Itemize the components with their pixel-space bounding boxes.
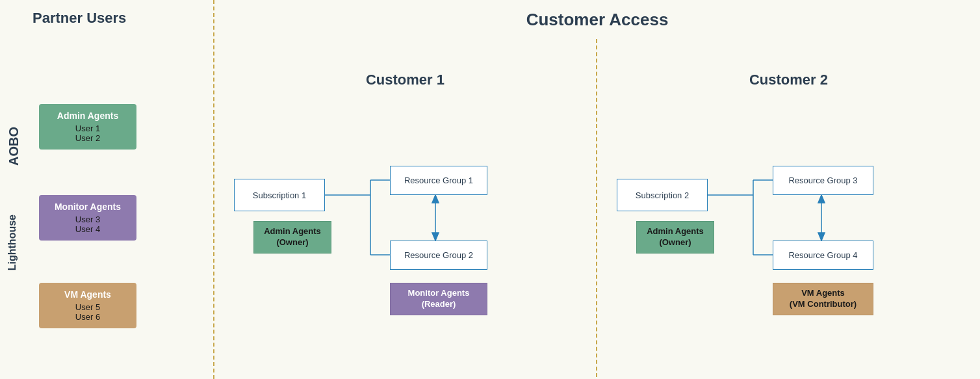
admin-user-1: User 1 <box>48 124 127 133</box>
customer1-admin-agents-box: Admin Agents(Owner) <box>253 221 331 254</box>
vm-agents-title: VM Agents <box>48 289 127 300</box>
subscription1-box: Subscription 1 <box>234 179 325 211</box>
admin-agents-box: Admin Agents User 1 User 2 <box>39 104 136 150</box>
arrow-down-rg2 <box>432 233 439 241</box>
customer2-vm-agents-box: VM Agents(VM Contributor) <box>773 283 873 315</box>
vm-user-6: User 6 <box>48 312 127 322</box>
arrow-down-rg4 <box>818 233 825 241</box>
admin-agents-title: Admin Agents <box>48 111 127 121</box>
monitor-user-3: User 3 <box>48 215 127 224</box>
customer2-admin-agents-box: Admin Agents(Owner) <box>636 221 714 254</box>
vm-user-5: User 5 <box>48 302 127 312</box>
customer2-title: Customer 2 <box>749 72 828 88</box>
aobo-label: AOBO <box>6 127 21 166</box>
arrow-up-rg1 <box>432 195 439 203</box>
monitor-agents-title: Monitor Agents <box>48 202 127 212</box>
partner-users-title: Partner Users <box>32 10 126 27</box>
admin-user-2: User 2 <box>48 133 127 143</box>
customer2-section: Customer 2 Subscription 2 Admin Age <box>597 39 980 377</box>
lighthouse-label: Lighthouse <box>6 215 18 270</box>
arrow-up-rg3 <box>818 195 825 203</box>
vm-agents-box: VM Agents User 5 User 6 <box>39 283 136 328</box>
customer1-monitor-agents-box: Monitor Agents(Reader) <box>390 283 487 315</box>
monitor-agents-box: Monitor Agents User 3 User 4 <box>39 195 136 241</box>
monitor-agents-users: User 3 User 4 <box>48 215 127 234</box>
resource-group3-box: Resource Group 3 <box>773 166 873 195</box>
vm-agents-users: User 5 User 6 <box>48 302 127 322</box>
customer1-title: Customer 1 <box>366 72 445 88</box>
subscription2-box: Subscription 2 <box>617 179 708 211</box>
customer-access-title: Customer Access <box>526 10 669 30</box>
admin-agents-users: User 1 User 2 <box>48 124 127 143</box>
partner-users-section: Partner Users AOBO Lighthouse Admin Agen… <box>0 0 214 379</box>
diagram: Partner Users AOBO Lighthouse Admin Agen… <box>0 0 980 379</box>
customer1-section: Customer 1 <box>214 39 597 377</box>
customer-access-section: Customer Access Customer 1 <box>214 0 980 379</box>
resource-group4-box: Resource Group 4 <box>773 241 873 270</box>
resource-group2-box: Resource Group 2 <box>390 241 487 270</box>
monitor-user-4: User 4 <box>48 224 127 234</box>
resource-group1-box: Resource Group 1 <box>390 166 487 195</box>
